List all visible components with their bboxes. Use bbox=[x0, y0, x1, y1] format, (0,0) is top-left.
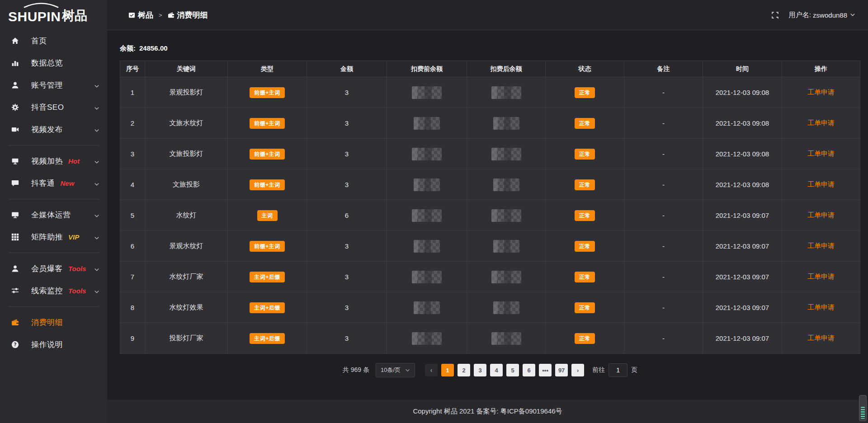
sidebar-item-consumption-detail[interactable]: 消费明细 bbox=[0, 311, 107, 334]
page-button-97[interactable]: 97 bbox=[555, 364, 568, 376]
chevron-down-icon bbox=[94, 266, 99, 272]
cell-time: 2021-12-03 09:08 bbox=[703, 77, 782, 108]
user-menu[interactable]: 用户名: zswodun88 bbox=[789, 11, 855, 19]
sidebar-item-douketong[interactable]: 抖客通New bbox=[0, 172, 107, 194]
chevron-down-icon bbox=[405, 368, 410, 373]
blurred-balance-after bbox=[493, 301, 519, 314]
sidebar-item-label: 全媒体运营 bbox=[31, 210, 71, 220]
sidebar-item-clue-monitor[interactable]: 线索监控Tools bbox=[0, 280, 107, 302]
cell-note: - bbox=[624, 231, 703, 262]
sidebar-item-matrix-boost[interactable]: 矩阵助推VIP bbox=[0, 226, 107, 248]
table-row: 3文旅投影灯前缀+主词3正常-2021-12-03 09:08工单申请 bbox=[120, 139, 860, 169]
goto-page-input[interactable] bbox=[609, 363, 627, 377]
work-order-link[interactable]: 工单申请 bbox=[807, 334, 835, 342]
table-row: 5水纹灯主词6正常-2021-12-03 09:07工单申请 bbox=[120, 200, 860, 231]
blurred-balance-after bbox=[491, 332, 521, 345]
sidebar-item-member-burst[interactable]: 会员爆客Tools bbox=[0, 258, 107, 280]
cell-keyword: 景观投影灯 bbox=[145, 77, 228, 108]
cell-note: - bbox=[624, 262, 703, 292]
next-page-button[interactable]: › bbox=[571, 364, 584, 376]
pagination: 共 969 条10条/页‹123456•••97›前往页 bbox=[120, 363, 860, 377]
sidebar-item-video-heat[interactable]: 视频加热Hot bbox=[0, 150, 107, 172]
cell-index: 5 bbox=[120, 200, 145, 231]
type-badge: 主词 bbox=[257, 210, 278, 221]
blurred-balance-after bbox=[493, 179, 519, 191]
work-order-link[interactable]: 工单申请 bbox=[807, 303, 835, 311]
type-badge: 主词+后缀 bbox=[250, 272, 285, 282]
blurred-balance-after bbox=[493, 240, 519, 253]
cell-time: 2021-12-03 09:07 bbox=[703, 262, 782, 292]
col-balance-after: 扣费后余额 bbox=[467, 61, 546, 77]
sidebar-item-tag: New bbox=[61, 179, 75, 187]
sidebar-item-operation-guide[interactable]: ?操作说明 bbox=[0, 334, 107, 356]
page-button-3[interactable]: 3 bbox=[474, 364, 486, 376]
blurred-balance-after bbox=[493, 117, 519, 130]
cell-keyword: 景观水纹灯 bbox=[145, 231, 228, 262]
goto-label: 前往 bbox=[592, 366, 605, 374]
question-icon: ? bbox=[11, 341, 19, 348]
work-order-link[interactable]: 工单申请 bbox=[807, 88, 835, 96]
page-size-select[interactable]: 10条/页 bbox=[376, 363, 415, 377]
col-balance-before: 扣费前余额 bbox=[387, 61, 467, 77]
fullscreen-icon[interactable] bbox=[771, 11, 779, 19]
chevron-down-icon bbox=[850, 12, 855, 18]
chevron-down-icon bbox=[94, 127, 99, 132]
page-button-6[interactable]: 6 bbox=[523, 364, 535, 376]
scrollbar-widget[interactable] bbox=[859, 395, 867, 421]
cell-type: 前缀+主词 bbox=[228, 139, 307, 169]
breadcrumb-item-0[interactable]: 树品 bbox=[128, 10, 153, 20]
cell-action: 工单申请 bbox=[782, 77, 860, 108]
cell-index: 4 bbox=[120, 169, 145, 200]
blurred-balance-before bbox=[412, 271, 442, 283]
prev-page-button[interactable]: ‹ bbox=[425, 364, 438, 376]
screen-icon bbox=[11, 157, 19, 165]
sidebar: SHUPIN 树品 首页数据总览账号管理抖音SEO视频发布视频加热Hot抖客通N… bbox=[0, 0, 107, 423]
sidebar-item-video-publish[interactable]: 视频发布 bbox=[0, 118, 107, 141]
cell-time: 2021-12-03 09:07 bbox=[703, 200, 782, 231]
type-badge: 主词+后缀 bbox=[250, 333, 285, 344]
work-order-link[interactable]: 工单申请 bbox=[807, 242, 835, 249]
page-button-2[interactable]: 2 bbox=[458, 364, 470, 376]
video-icon bbox=[11, 126, 19, 133]
gear-icon bbox=[11, 103, 19, 111]
consumption-table: 序号关键词类型金额扣费前余额扣费后余额状态备注时间操作 1景观投影灯前缀+主词3… bbox=[120, 61, 860, 354]
cell-status: 正常 bbox=[546, 200, 624, 231]
logo-text-en: SHUPIN bbox=[8, 9, 61, 24]
cell-type: 主词+后缀 bbox=[228, 292, 307, 323]
work-order-link[interactable]: 工单申请 bbox=[807, 150, 835, 157]
cell-keyword: 水纹灯 bbox=[145, 200, 228, 231]
more-pages-button[interactable]: ••• bbox=[539, 364, 552, 376]
cell-time: 2021-12-03 09:08 bbox=[703, 169, 782, 200]
sidebar-item-data-overview[interactable]: 数据总览 bbox=[0, 52, 107, 74]
logo-arc-icon bbox=[24, 2, 59, 8]
cell-balance-before bbox=[387, 108, 467, 139]
cell-type: 前缀+主词 bbox=[228, 169, 307, 200]
cell-keyword: 文旅投影灯 bbox=[145, 139, 228, 169]
type-badge: 前缀+主词 bbox=[250, 118, 285, 129]
sidebar-item-media-operation[interactable]: 全媒体运营 bbox=[0, 204, 107, 226]
chevron-down-icon bbox=[94, 83, 99, 88]
page-button-4[interactable]: 4 bbox=[490, 364, 503, 376]
copyright-text: Copyright 树品 2021 备案号: 粤ICP备09019646号 bbox=[413, 407, 562, 416]
work-order-link[interactable]: 工单申请 bbox=[807, 180, 835, 188]
cell-action: 工单申请 bbox=[782, 169, 860, 200]
chevron-down-icon bbox=[94, 181, 99, 186]
cell-keyword: 文旅投影 bbox=[145, 169, 228, 200]
breadcrumb-item-1[interactable]: 消费明细 bbox=[168, 10, 208, 20]
work-order-link[interactable]: 工单申请 bbox=[807, 211, 835, 219]
sidebar-item-label: 抖音SEO bbox=[31, 102, 64, 113]
blurred-balance-after bbox=[491, 271, 521, 283]
sidebar-item-home[interactable]: 首页 bbox=[0, 30, 107, 52]
cell-keyword: 水纹灯厂家 bbox=[145, 262, 228, 292]
sidebar-item-douyin-seo[interactable]: 抖音SEO bbox=[0, 96, 107, 118]
cell-note: - bbox=[624, 200, 703, 231]
page-button-5[interactable]: 5 bbox=[506, 364, 519, 376]
status-badge: 正常 bbox=[575, 118, 595, 129]
work-order-link[interactable]: 工单申请 bbox=[807, 119, 835, 127]
cell-amount: 6 bbox=[307, 200, 387, 231]
sidebar-item-account-management[interactable]: 账号管理 bbox=[0, 74, 107, 96]
work-order-link[interactable]: 工单申请 bbox=[807, 273, 835, 280]
cell-amount: 3 bbox=[307, 262, 387, 292]
cell-type: 前缀+主词 bbox=[228, 77, 307, 108]
page-button-1[interactable]: 1 bbox=[441, 364, 454, 376]
